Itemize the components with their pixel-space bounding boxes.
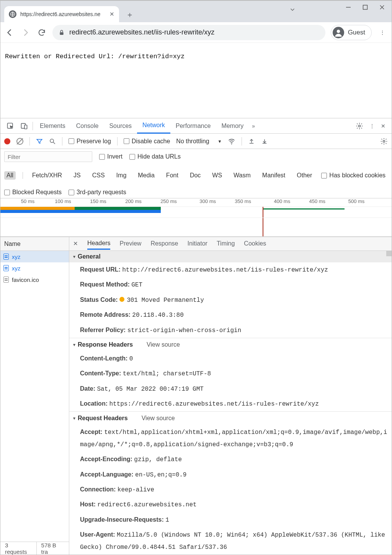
filter-toggle-icon[interactable] (36, 138, 43, 145)
device-toggle-icon[interactable] (17, 122, 31, 130)
filter-type-other[interactable]: Other (294, 171, 314, 180)
disable-cache-checkbox[interactable]: Disable cache (124, 138, 170, 145)
network-toolbar: Preserve log Disable cache No throttling… (0, 134, 392, 149)
filter-type-js[interactable]: JS (71, 171, 83, 180)
filter-type-ws[interactable]: WS (210, 171, 224, 180)
detail-tab-initiator[interactable]: Initiator (187, 240, 207, 247)
tab-memory[interactable]: Memory (216, 118, 249, 134)
network-timeline[interactable]: 50 ms 100 ms 150 ms 200 ms 250 ms 300 ms… (0, 198, 392, 237)
document-icon (3, 277, 9, 283)
scrollbar-thumb[interactable] (386, 251, 392, 256)
devtools-panel: Elements Console Sources Network Perform… (0, 118, 392, 555)
upload-har-icon[interactable] (248, 138, 255, 145)
search-icon[interactable] (49, 138, 56, 145)
detail-tab-headers[interactable]: Headers (87, 240, 110, 250)
kv-referrer-policy: Referrer Policy: strict-origin-when-cros… (69, 323, 392, 338)
svg-point-13 (231, 143, 232, 144)
filter-type-css[interactable]: CSS (90, 171, 107, 180)
profile-pill[interactable]: Guest (331, 25, 372, 40)
forward-button[interactable] (20, 27, 31, 38)
filter-type-fetchxhr[interactable]: Fetch/XHR (30, 171, 64, 180)
view-source-link[interactable]: View source (142, 415, 175, 422)
section-response-headers: Response HeadersView source Content-Leng… (69, 338, 392, 412)
svg-point-11 (50, 139, 54, 142)
minimize-icon[interactable] (346, 5, 351, 10)
tab-network[interactable]: Network (137, 118, 170, 134)
detail-tab-preview[interactable]: Preview (119, 240, 141, 247)
filter-type-img[interactable]: Img (114, 171, 129, 180)
download-har-icon[interactable] (261, 138, 268, 145)
request-row[interactable]: xyz (0, 251, 69, 262)
hide-data-urls-checkbox[interactable]: Hide data URLs (129, 153, 181, 160)
address-bar-row: redirect6.azurewebsites.net/iis-rules-re… (0, 22, 392, 43)
avatar-icon (333, 27, 344, 38)
blocked-requests-checkbox[interactable]: Blocked Requests (4, 189, 62, 196)
kebab-menu-icon[interactable]: ⋮ (377, 29, 388, 36)
tab-performance[interactable]: Performance (170, 118, 216, 134)
document-icon (3, 254, 9, 260)
toolbar-settings-icon[interactable] (380, 138, 388, 145)
network-conditions-icon[interactable] (228, 138, 235, 145)
reload-button[interactable] (36, 27, 47, 38)
browser-window: https://redirect6.azurewebsites.ne ✕ ＋ r… (0, 0, 392, 555)
detail-tab-cookies[interactable]: Cookies (244, 240, 266, 247)
profile-label: Guest (348, 29, 365, 36)
tab-sources[interactable]: Sources (104, 118, 137, 134)
close-window-icon[interactable] (379, 5, 385, 10)
url-text: redirect6.azurewebsites.net/iis-rules-re… (69, 28, 214, 36)
filter-type-font[interactable]: Font (164, 171, 181, 180)
detail-tab-timing[interactable]: Timing (217, 240, 235, 247)
section-general: General Request URL: http://redirect6.az… (69, 251, 392, 338)
preserve-log-checkbox[interactable]: Preserve log (69, 138, 111, 145)
page-content: Rewritten or Redirected Url: /rewritten?… (0, 43, 392, 118)
svg-point-10 (359, 125, 361, 127)
has-blocked-cookies-checkbox[interactable]: Has blocked cookies (321, 172, 385, 179)
filter-type-manifest[interactable]: Manifest (260, 171, 287, 180)
record-button[interactable] (4, 138, 10, 144)
request-row[interactable]: favicon.ico (0, 274, 69, 285)
request-row[interactable]: xyz (0, 262, 69, 274)
throttling-select[interactable]: No throttling▼ (176, 138, 222, 145)
svg-point-14 (383, 140, 385, 142)
view-source-link[interactable]: View source (147, 341, 180, 348)
status-bar: 3 requests 578 B tra (0, 542, 69, 555)
svg-rect-2 (363, 5, 368, 10)
detail-tabs: ✕ Headers Preview Response Initiator Tim… (69, 237, 392, 251)
filter-input[interactable] (4, 151, 92, 162)
inspect-icon[interactable] (3, 122, 17, 130)
lock-icon (59, 29, 65, 36)
maximize-icon[interactable] (363, 5, 368, 10)
detail-tab-response[interactable]: Response (150, 240, 178, 247)
network-panes: Name xyz xyz favicon.ico 3 requests 578 … (0, 237, 392, 555)
devtools-menu-icon[interactable]: ⋮ (366, 123, 378, 129)
name-column-header[interactable]: Name (0, 237, 69, 251)
close-devtools-icon[interactable]: ✕ (378, 123, 389, 129)
close-tab-icon[interactable]: ✕ (109, 11, 114, 18)
devtools-tabs: Elements Console Sources Network Perform… (0, 118, 392, 134)
window-controls (339, 1, 392, 14)
svg-line-12 (53, 142, 55, 144)
new-tab-button[interactable]: ＋ (119, 10, 140, 20)
filter-type-all[interactable]: All (4, 171, 16, 180)
close-detail-icon[interactable]: ✕ (73, 240, 78, 247)
request-list: Name xyz xyz favicon.ico 3 requests 578 … (0, 237, 69, 555)
third-party-checkbox[interactable]: 3rd-party requests (69, 189, 126, 196)
page-body-text: Rewritten or Redirected Url: /rewritten?… (5, 53, 185, 60)
kv-status-code: Status Code: 301 Moved Permanently (69, 293, 392, 308)
back-button[interactable] (4, 27, 15, 38)
clear-button[interactable] (16, 138, 23, 145)
invert-checkbox[interactable]: Invert (99, 153, 122, 160)
kv-request-url: Request URL: http://redirect6.azurewebsi… (69, 262, 392, 277)
settings-icon[interactable] (353, 122, 366, 130)
filter-type-doc[interactable]: Doc (188, 171, 203, 180)
svg-point-6 (336, 29, 340, 33)
more-tabs-icon[interactable]: » (249, 123, 258, 129)
title-bar: https://redirect6.azurewebsites.ne ✕ ＋ (0, 1, 392, 22)
omnibox[interactable]: redirect6.azurewebsites.net/iis-rules-re… (52, 25, 325, 40)
browser-tab[interactable]: https://redirect6.azurewebsites.ne ✕ (4, 6, 119, 22)
filter-type-media[interactable]: Media (136, 171, 157, 180)
tab-console[interactable]: Console (71, 118, 104, 134)
tab-elements[interactable]: Elements (34, 118, 71, 134)
filter-type-wasm[interactable]: Wasm (231, 171, 253, 180)
tabs-caret-icon[interactable] (289, 6, 296, 13)
